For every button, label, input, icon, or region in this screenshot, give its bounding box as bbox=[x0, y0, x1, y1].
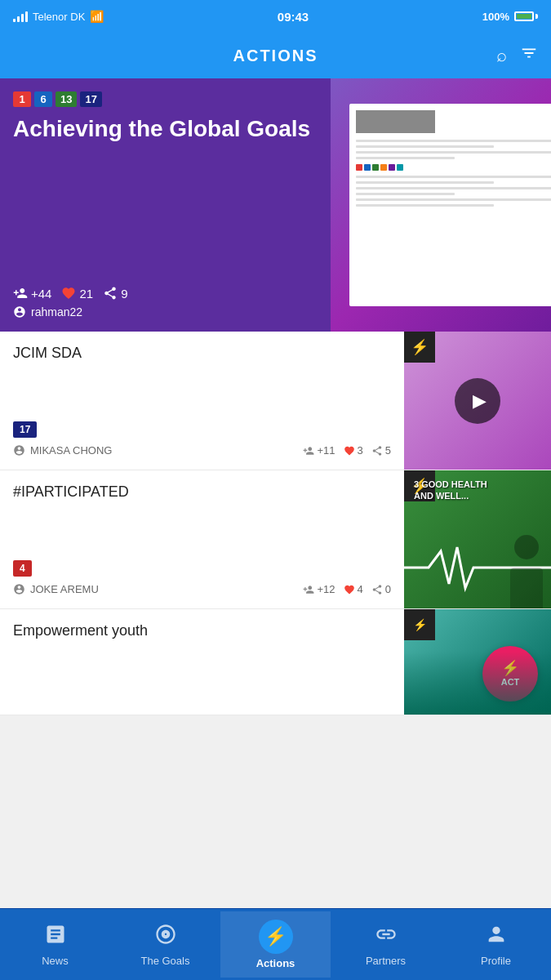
page-title: ACTIONS bbox=[233, 47, 318, 65]
featured-stats: +44 21 9 bbox=[13, 286, 318, 301]
partners-label: Partners bbox=[366, 955, 406, 967]
list-item[interactable]: Empowerment youth ⚡ ⚡ ACT bbox=[0, 609, 551, 715]
person-silhouette bbox=[502, 527, 551, 608]
item-title: #IPARTICIPATED bbox=[13, 483, 391, 501]
app-header: ACTIONS ⌕ bbox=[0, 33, 551, 78]
item-stats: +11 3 5 bbox=[303, 444, 391, 457]
item-goal-tag: 4 bbox=[13, 560, 32, 577]
featured-image bbox=[331, 78, 551, 332]
news-icon bbox=[44, 923, 67, 951]
item-followers: +11 bbox=[303, 444, 335, 457]
featured-followers: +44 bbox=[13, 286, 51, 301]
play-button[interactable]: ▶ bbox=[455, 378, 500, 424]
likes-count: 21 bbox=[79, 287, 93, 301]
featured-section: 1 6 13 17 Achieving the Global Goals +44 bbox=[0, 78, 551, 332]
bottom-nav: News The Goals ⚡ Actions Partners Profil… bbox=[0, 908, 551, 980]
actions-label: Actions bbox=[256, 957, 295, 969]
goal-tag-13: 13 bbox=[56, 91, 77, 107]
nav-item-actions[interactable]: ⚡ Actions bbox=[220, 911, 331, 978]
featured-title: Achieving the Global Goals bbox=[13, 115, 318, 279]
goal-tag-6: 6 bbox=[34, 91, 52, 107]
goal-tag-17: 17 bbox=[80, 91, 101, 107]
item-shares: 5 bbox=[371, 444, 391, 457]
list-item-content: #IPARTICIPATED 4 JOKE AREMU bbox=[0, 470, 404, 608]
partners-icon bbox=[375, 923, 398, 951]
shares-count: 9 bbox=[121, 287, 127, 301]
list-item[interactable]: JCIM SDA 17 mikasa chong bbox=[0, 332, 551, 470]
item-bottom: mikasa chong +11 3 bbox=[13, 444, 391, 457]
list-section: JCIM SDA 17 mikasa chong bbox=[0, 332, 551, 715]
nav-item-news[interactable]: News bbox=[0, 915, 110, 975]
featured-user: rahman22 bbox=[13, 305, 318, 318]
header-actions: ⌕ bbox=[496, 44, 538, 67]
nav-item-profile[interactable]: Profile bbox=[441, 915, 551, 975]
nav-item-partners[interactable]: Partners bbox=[331, 915, 441, 975]
battery-percent: 100% bbox=[482, 11, 509, 23]
item-image: ⚡ ▶ bbox=[404, 332, 551, 470]
item-likes: 3 bbox=[344, 444, 363, 457]
wifi-icon: 📶 bbox=[90, 10, 104, 23]
lightning-badge-overlay: ⚡ bbox=[404, 332, 435, 363]
doc-preview bbox=[349, 104, 551, 306]
filter-icon[interactable] bbox=[520, 44, 538, 67]
item-username: mikasa chong bbox=[30, 444, 112, 457]
item-title: Empowerment youth bbox=[13, 622, 391, 639]
item-user: JOKE AREMU bbox=[13, 583, 99, 595]
battery-icon bbox=[514, 11, 538, 21]
goal-tag-1: 1 bbox=[13, 91, 31, 107]
featured-card-main[interactable]: 1 6 13 17 Achieving the Global Goals +44 bbox=[0, 78, 331, 332]
item-bottom: JOKE AREMU +12 4 bbox=[13, 583, 391, 595]
item-stats: +12 4 0 bbox=[303, 583, 391, 595]
status-left: Telenor DK 📶 bbox=[13, 10, 104, 23]
actions-icon: ⚡ bbox=[259, 920, 293, 954]
news-label: News bbox=[42, 955, 69, 967]
featured-goal-tags: 1 6 13 17 bbox=[13, 91, 318, 107]
item-goal-tag: 17 bbox=[13, 421, 37, 438]
list-item[interactable]: #IPARTICIPATED 4 JOKE AREMU bbox=[0, 470, 551, 609]
list-item-content: JCIM SDA 17 mikasa chong bbox=[0, 332, 404, 470]
nav-item-goals[interactable]: The Goals bbox=[110, 915, 220, 975]
item-image: ⚡ ⚡ ACT bbox=[404, 609, 551, 715]
item-image: ⚡ 3 GOOD HEALTHAND WELL... bbox=[404, 470, 551, 608]
status-right: 100% bbox=[482, 11, 538, 23]
featured-likes: 21 bbox=[61, 286, 93, 301]
featured-shares: 9 bbox=[103, 286, 127, 301]
lightning-badge-overlay: ⚡ bbox=[404, 609, 435, 640]
search-icon[interactable]: ⌕ bbox=[496, 45, 507, 66]
item-user: mikasa chong bbox=[13, 444, 112, 457]
carrier-label: Telenor DK bbox=[33, 11, 85, 23]
image-text-overlay: 3 GOOD HEALTHAND WELL... bbox=[414, 479, 487, 502]
goals-icon bbox=[154, 923, 177, 951]
item-followers: +12 bbox=[303, 583, 335, 595]
item-username: JOKE AREMU bbox=[30, 583, 99, 595]
profile-icon bbox=[485, 923, 508, 951]
followers-count: +44 bbox=[31, 287, 51, 301]
item-title: JCIM SDA bbox=[13, 345, 391, 362]
time-display: 09:43 bbox=[278, 10, 309, 24]
signal-icon bbox=[13, 11, 28, 22]
status-bar: Telenor DK 📶 09:43 100% bbox=[0, 0, 551, 33]
featured-username: rahman22 bbox=[31, 305, 82, 318]
item-shares: 0 bbox=[371, 583, 391, 595]
profile-label: Profile bbox=[481, 955, 511, 967]
item-likes: 4 bbox=[344, 583, 363, 595]
goals-label: The Goals bbox=[141, 955, 190, 967]
list-item-content: Empowerment youth bbox=[0, 609, 404, 715]
